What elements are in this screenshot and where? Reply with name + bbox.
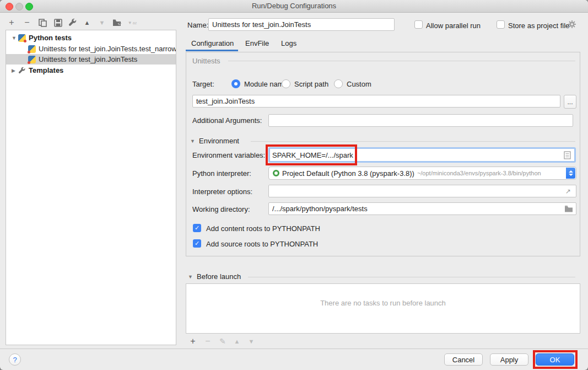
- footer-divider: [0, 348, 588, 349]
- target-label: Target:: [192, 80, 214, 88]
- tree-item-label: Unittests for test_join.JoinTests.test_n…: [39, 45, 176, 53]
- target-script-path-radio[interactable]: [282, 79, 290, 88]
- folder-plus-icon: [112, 19, 121, 26]
- copy-icon: [39, 19, 47, 27]
- group-divider: [228, 61, 575, 61]
- interpreter-path: ~/opt/miniconda3/envs/pyspark-3.8/bin/py…: [417, 170, 541, 176]
- templates-wrench-icon: [18, 67, 26, 74]
- environment-variables-field: [268, 147, 576, 163]
- check-icon: ✓: [195, 224, 199, 232]
- unittest-run-icon: [28, 56, 36, 63]
- interpreter-value: Project Default (Python 3.8 (pyspark-3.8…: [282, 169, 414, 178]
- before-launch-task-list: [186, 283, 580, 334]
- sort-configurations-button[interactable]: ▼az: [126, 17, 138, 29]
- title-bar: Run/Debug Configurations: [0, 0, 588, 13]
- active-tab-underline: [186, 50, 238, 51]
- store-as-project-file-label: Store as project file: [508, 22, 569, 30]
- store-as-project-file-checkbox[interactable]: [497, 20, 505, 29]
- section-divider: [248, 277, 575, 277]
- tree-item-jointests-selected[interactable]: Unittests for test_join.JoinTests: [6, 54, 176, 65]
- cancel-button[interactable]: Cancel: [444, 353, 483, 366]
- add-source-roots-checkbox[interactable]: ✓: [193, 239, 201, 248]
- before-launch-move-up-button[interactable]: ▲: [231, 335, 243, 347]
- add-source-roots-label: Add source roots to PYTHONPATH: [206, 240, 318, 248]
- edit-templates-button[interactable]: [67, 17, 79, 29]
- ok-button[interactable]: OK: [536, 353, 574, 366]
- arrow-up-icon: ▲: [84, 19, 90, 26]
- before-launch-add-button[interactable]: +: [187, 335, 199, 347]
- working-directory-input[interactable]: [268, 202, 576, 215]
- expand-field-icon[interactable]: ↗: [565, 187, 571, 195]
- unittests-group-label: Unittests: [192, 57, 220, 65]
- before-launch-move-down-button[interactable]: ▼: [245, 335, 257, 347]
- before-launch-remove-button[interactable]: −: [202, 335, 214, 347]
- minus-icon: −: [24, 18, 29, 28]
- copy-configuration-button[interactable]: [36, 17, 48, 29]
- unittest-run-icon: [28, 45, 36, 53]
- allow-parallel-run-checkbox[interactable]: [414, 20, 423, 29]
- before-launch-collapse-icon[interactable]: ▼: [188, 274, 193, 280]
- add-content-roots-label: Add content roots to PYTHONPATH: [206, 224, 320, 233]
- move-down-button[interactable]: ▼: [96, 17, 108, 29]
- tree-item-templates[interactable]: ▶ Templates: [6, 65, 176, 76]
- tree-item-python-tests[interactable]: ▼ Python tests: [6, 33, 176, 43]
- disclosure-closed-icon[interactable]: ▶: [12, 68, 18, 73]
- python-interpreter-label: Python interpreter:: [192, 169, 251, 178]
- add-content-roots-checkbox[interactable]: ✓: [193, 224, 201, 232]
- arrow-down-icon: ▼: [249, 338, 255, 345]
- help-button[interactable]: ?: [9, 353, 21, 366]
- pencil-icon: ✎: [219, 337, 226, 346]
- arrow-up-icon: ▲: [234, 338, 240, 345]
- section-divider: [251, 141, 575, 142]
- before-launch-edit-button[interactable]: ✎: [217, 335, 229, 347]
- apply-button[interactable]: Apply: [490, 353, 528, 366]
- save-configuration-button[interactable]: [52, 17, 64, 29]
- target-custom-label: Custom: [347, 80, 371, 88]
- conda-env-icon: [273, 170, 279, 176]
- target-module-name-label: Module name: [244, 80, 288, 88]
- environment-variables-input[interactable]: [270, 151, 564, 159]
- minus-icon: −: [205, 336, 210, 346]
- disclosure-open-icon[interactable]: ▼: [12, 35, 18, 41]
- python-tests-icon: [18, 34, 26, 42]
- add-configuration-button[interactable]: +: [6, 17, 18, 29]
- select-stepper-icon[interactable]: [566, 168, 575, 179]
- tree-item-label: Python tests: [29, 34, 72, 42]
- window-title: Run/Debug Configurations: [0, 2, 588, 10]
- configurations-tree: ▼ Python tests Unittests for test_join.J…: [6, 30, 176, 345]
- plus-icon: +: [9, 18, 14, 28]
- move-up-button[interactable]: ▲: [81, 17, 93, 29]
- wrench-icon: [68, 18, 77, 27]
- new-folder-button[interactable]: [111, 17, 123, 29]
- additional-arguments-label: Additional Arguments:: [192, 116, 262, 125]
- interpreter-options-input[interactable]: [268, 185, 576, 197]
- store-settings-gear-icon[interactable]: [568, 20, 576, 29]
- target-script-path-label: Script path: [294, 80, 328, 88]
- plus-icon: +: [190, 336, 195, 346]
- name-input[interactable]: [208, 18, 395, 31]
- sort-az-icon: ▼az: [128, 20, 137, 25]
- environment-section-header[interactable]: Environment: [199, 137, 239, 145]
- remove-configuration-button[interactable]: −: [21, 17, 33, 29]
- tree-item-test-narrow[interactable]: Unittests for test_join.JoinTests.test_n…: [6, 44, 176, 54]
- module-name-input[interactable]: [192, 95, 560, 108]
- tab-envfile[interactable]: EnvFile: [245, 39, 269, 47]
- python-interpreter-select[interactable]: Project Default (Python 3.8 (pyspark-3.8…: [268, 167, 576, 180]
- tab-configuration[interactable]: Configuration: [191, 39, 234, 47]
- run-debug-configurations-dialog: Run/Debug Configurations + − ▲ ▼ ▼az ▼ P…: [0, 0, 588, 370]
- tree-item-label: Unittests for test_join.JoinTests: [39, 55, 137, 63]
- edit-variables-icon[interactable]: [564, 151, 571, 159]
- additional-arguments-input[interactable]: [268, 114, 573, 127]
- name-label: Name:: [187, 21, 208, 29]
- target-module-name-radio[interactable]: [231, 79, 240, 88]
- environment-collapse-icon[interactable]: ▼: [190, 138, 195, 144]
- browse-folder-icon[interactable]: [564, 205, 573, 212]
- interpreter-options-label: Interpreter options:: [192, 187, 252, 196]
- check-icon: ✓: [195, 240, 199, 247]
- before-launch-section-header[interactable]: Before launch: [197, 272, 241, 281]
- working-directory-label: Working directory:: [192, 205, 250, 213]
- target-custom-radio[interactable]: [334, 79, 343, 88]
- tab-logs[interactable]: Logs: [281, 39, 296, 47]
- browse-module-button[interactable]: ...: [564, 95, 576, 109]
- save-icon: [54, 19, 62, 27]
